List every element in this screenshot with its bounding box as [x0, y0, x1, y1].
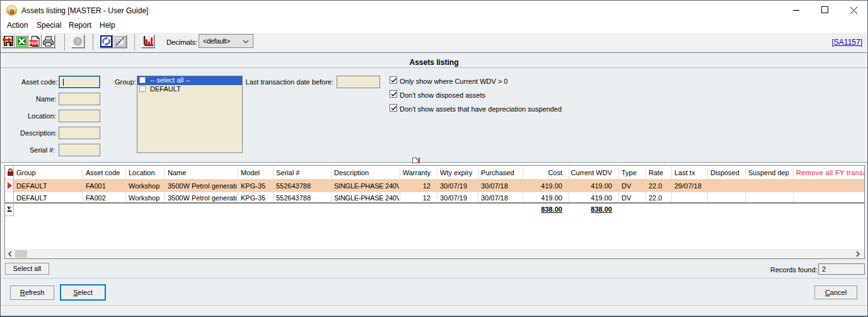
svg-text:?: ?	[76, 38, 79, 45]
svg-text:PDF: PDF	[29, 41, 38, 45]
